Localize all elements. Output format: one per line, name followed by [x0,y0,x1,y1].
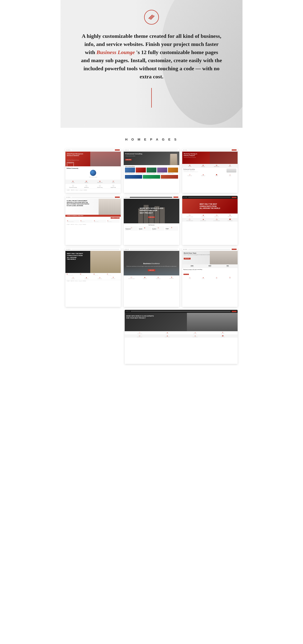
ss2-nav-dot2 [126,150,127,150]
ss1-stat-lbl-3: Global Revenue [94,182,106,183]
ss5-hero: GLOBAL PROJECT MANAGEMENTSERVICES & SOLU… [65,199,121,215]
ss6-svc-icon-2: ◈ [197,214,209,216]
ss1-svc-icon-2 [85,185,87,187]
screenshot-8-business-excellence[interactable]: Business Excellence We have been trusted… [124,248,179,307]
ss6-services-top: ⬡ Professional Consulting ◈ Valuable Ide… [182,214,238,218]
screenshots-row-4: WORK WITH WORLD CLASS EXPERTSFOR YOUR NE… [61,310,242,374]
ss3-nav-dot1 [183,150,184,150]
ss3-stat-1: 05 Countries [183,164,196,167]
ss4-nav-dot2 [126,197,127,198]
ss5-nav-dot3 [69,197,70,198]
ss6-svc-2: ◈ Valuable Ideas [197,214,209,217]
ss9-stat-2: 9600 Projects [201,265,218,267]
ss4-card-text-3: Timing [152,230,164,230]
ss9-hero-title: World-Class Team [184,252,210,254]
ss7-logo-1: NOMANT [67,280,70,282]
ss7-inner: MEET ONLY THE BESTCONSULTANTS FROMALL AR… [65,248,121,307]
ss8-svc-text-4: Budget Friendly [165,278,178,279]
ss8-services-row: ⬡ Professional Consulting ◈ Valuable Ide… [125,276,178,279]
ss6-inner: MEET ONLY THE BESTCONSULTANTS FROMALL AR… [182,196,238,245]
ss1-nav-dot1 [66,150,67,150]
ss3-svc-1: ⬡ Excellent Timing [183,174,196,176]
ss4-services-title: Our Services [125,224,178,226]
ss6-svc-1: ⬡ Professional Consulting [183,214,196,217]
ss4-cta-btn[interactable]: LEARN MORE [148,216,155,218]
ss1-services: Professional Consulting Valuable Idea Ex… [65,184,121,189]
ss1-nav-dot2 [68,150,69,150]
hero-section: A highly customizable theme created for … [61,0,242,128]
ss8-svc-icon-4: $ [165,276,178,278]
screenshot-7-meet-best-dark[interactable]: MEET ONLY THE BESTCONSULTANTS FROMALL AR… [65,248,121,307]
screenshot-3-marketing-strategy[interactable]: Marketing Strategy &Industry Analysis Pr… [182,149,238,193]
ss6-svc-text-2: Valuable Ideas [197,216,209,217]
ss3-hero-person [210,152,238,164]
ss2-cta-btn[interactable]: LEARN MORE [125,159,132,160]
ss9-nav-bar [188,249,231,250]
ss7-svc-4: $ Budget Friendly [107,277,120,279]
ss1-stat-lbl-1: Countries [67,182,79,183]
ss7-nav-dot2 [68,249,69,250]
screenshot-10-work-world-class-2[interactable]: WORK WITH WORLD CLASS EXPERTSFOR YOUR NE… [125,310,238,364]
ss10-svc9-icon-2: ◈ [154,335,181,336]
ss5-logo-1: NOMANT [67,224,70,225]
ss2-news-item-1: Global Innovations Become... [125,168,135,174]
screenshots-row-3: MEET ONLY THE BESTCONSULTANTS FROMALL AR… [61,248,242,310]
ss9-svc-icon-2: ◈ [197,277,209,278]
ss1-svc-text-4: Budget Friendly [107,187,120,188]
ss7-nav [65,248,121,251]
ss7-svc-text-4: Budget Friendly [107,278,120,279]
ss10-hero: WORK WITH WORLD CLASS EXPERTSFOR YOUR NE… [125,313,238,331]
ss4-card-text-4: Friendly [166,229,178,230]
screenshot-1-global-project[interactable]: Global Project ManagementServices & Solu… [65,149,121,193]
screenshot-9-world-class-team[interactable]: World-Class Team Business Lounge is the … [182,248,238,307]
ss2-news-extra-3: Human Resources Tips for... [161,175,178,180]
ss1-logo-1: NOMANT [67,190,70,191]
ss1-nav-btn [115,150,120,150]
ss10-svc9-2: ◈ Worldwide Availability [154,335,181,337]
screenshot-6-meet-best-red[interactable]: MEET ONLY THE BESTCONSULTANTS FROMALL AR… [182,196,238,245]
screenshot-5-global-dark[interactable]: GLOBAL PROJECT MANAGEMENTSERVICES & SOLU… [65,196,121,245]
ss10-nav-bar [131,311,231,312]
ss9-svc-text-4: Budget [224,278,236,279]
ss8-cta-btn[interactable]: LEARN MORE [148,269,155,271]
ss6-nav-dot1 [183,197,184,198]
ss2-hero-content: Professional Consulting Leading consulta… [125,153,178,161]
ss4-nav-dot3 [128,197,129,198]
ss4-inner: WORK WITH WORLD CLASSEXPERTS FOR YOURNEX… [124,196,179,245]
ss6-nav-dot2 [185,197,186,198]
ss1-cta-btn[interactable]: LEARN MORE [67,162,74,166]
ss3-pro-text: Industry solutions · Valuable Ideas [183,170,225,171]
ss3-stat-3: 34 Global Revenue [210,164,223,167]
ss8-svc-1: ⬡ Professional Consulting [125,276,138,279]
ss3-svc-name-2: Budget Friendly [197,176,209,176]
ss1-logo-2: WAVERUN [71,190,75,191]
ss10-inner: WORK WITH WORLD CLASS EXPERTSFOR YOUR NE… [125,310,238,364]
ss9-svc-4: $ Budget [224,277,236,279]
ss7-stat-3: 24 Excellent Timing [94,274,106,276]
ss5-contact-btn[interactable]: CONTACT US TODAY [111,217,120,219]
screenshot-4-work-world-class[interactable]: WORK WITH WORLD CLASSEXPERTS FOR YOURNEX… [124,196,179,245]
screenshots-row-2: GLOBAL PROJECT MANAGEMENTSERVICES & SOLU… [61,196,242,248]
ss4-card-icon-3: ◷ [152,227,164,228]
ss3-nav-btn [232,150,237,150]
ss9-stat-lbl-1: Happy Clients [183,266,201,267]
ss10-svc9-icon-1: ⬡ [126,335,153,336]
ss7-people-img [90,251,121,273]
ss5-logo-4: jetCapital [79,224,82,225]
ss6-hero-title: MEET ONLY THE BESTCONSULTANTS FROMALL AR… [199,203,220,209]
ss2-news-text-5: Excellent Timing [168,173,178,174]
screenshot-2-professional-consulting[interactable]: Professional Consulting Leading consulta… [124,149,179,193]
ss9-consult-btn[interactable]: LEARN MORE [183,274,189,275]
ss10-svc9-1: ⬡ Deep Research Reports [126,335,153,337]
ss3-hero: Marketing Strategy &Industry Analysis Pr… [182,152,238,164]
ss5-nav-dot1 [66,197,67,198]
ss4-hero: WORK WITH WORLD CLASSEXPERTS FOR YOURNEX… [124,199,179,223]
ss1-svc-text-1: Professional Consulting [67,187,79,188]
ss9-cta-btn[interactable]: LEARN MORE [184,258,191,260]
ss3-pro-section: Professional Consulting Industry solutio… [182,168,238,173]
ss4-card-icon-2: ◈ [139,227,151,228]
ss9-svc-icon-3: ◷ [210,277,223,278]
ss7-hero-title: MEET ONLY THE BESTCONSULTANTS FROMALL AR… [67,253,93,260]
ss10-svc-text-3: Excellent Timing [181,334,209,334]
ss6-svc5-icon-2: ◈ [197,218,209,220]
